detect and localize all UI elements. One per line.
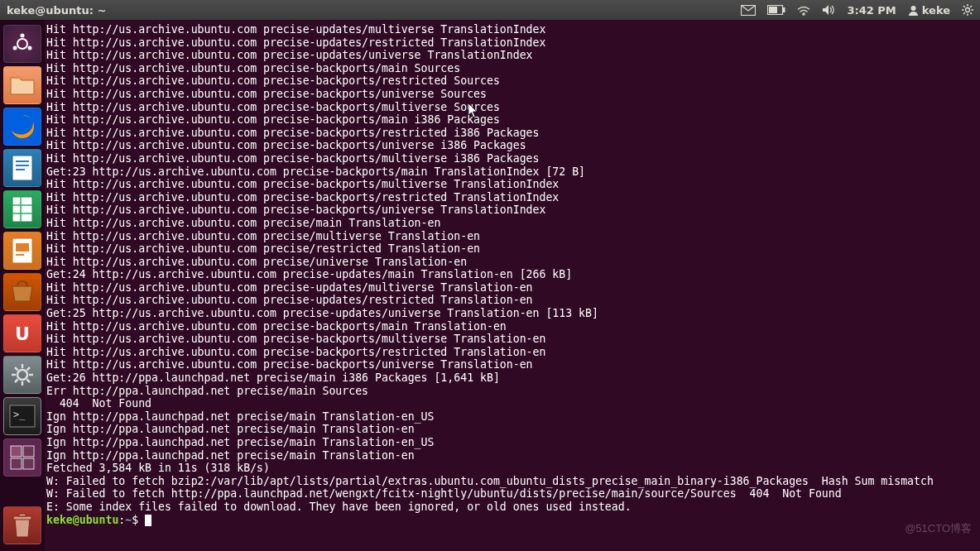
svg-line-35	[15, 367, 18, 371]
terminal-line: Hit http://us.archive.ubuntu.com precise…	[46, 23, 978, 36]
terminal-line: W: Failed to fetch http://ppa.launchpad.…	[46, 487, 978, 501]
svg-line-38	[27, 367, 31, 371]
svg-rect-3	[769, 7, 777, 13]
svg-text:>_: >_	[13, 409, 26, 420]
launcher-impress[interactable]	[3, 232, 41, 270]
terminal-line: Hit http://us.archive.ubuntu.com precise…	[46, 88, 978, 101]
prompt-user: keke@ubuntu	[46, 514, 118, 526]
svg-rect-42	[23, 446, 34, 457]
terminal-line: Hit http://us.archive.ubuntu.com precise…	[46, 127, 978, 140]
svg-rect-45	[13, 516, 31, 520]
launcher-files[interactable]	[3, 66, 41, 104]
svg-line-13	[970, 6, 972, 7]
terminal-line: Ign http://ppa.launchpad.net precise/mai…	[46, 449, 978, 462]
top-panel: keke@ubuntu: ~ 3:42 PM keke	[0, 0, 980, 20]
wifi-icon[interactable]	[797, 4, 810, 16]
terminal-line: Hit http://us.archive.ubuntu.com precise…	[46, 74, 978, 88]
terminal-line: Hit http://us.archive.ubuntu.com precise…	[46, 242, 978, 256]
window-title: keke@ubuntu: ~	[7, 4, 106, 17]
terminal-line: 404 Not Found	[46, 397, 978, 410]
terminal-line: Hit http://us.archive.ubuntu.com precise…	[46, 152, 978, 165]
terminal-line: Hit http://us.archive.ubuntu.com precise…	[46, 281, 978, 295]
svg-line-11	[970, 12, 972, 14]
svg-rect-2	[783, 7, 785, 12]
svg-rect-28	[16, 243, 29, 252]
user-menu[interactable]: keke	[908, 4, 950, 17]
volume-icon[interactable]	[822, 4, 835, 16]
user-name: keke	[922, 4, 950, 17]
svg-rect-43	[11, 458, 22, 469]
launcher-ubuntu-one[interactable]: U	[3, 314, 41, 352]
launcher-terminal[interactable]: >_	[3, 397, 41, 435]
terminal-line: Ign http://ppa.launchpad.net precise/mai…	[46, 436, 978, 449]
terminal-line: Hit http://us.archive.ubuntu.com precise…	[46, 139, 978, 152]
terminal-line: Hit http://us.archive.ubuntu.com precise…	[46, 191, 978, 204]
terminal-line: Hit http://us.archive.ubuntu.com precise…	[46, 178, 978, 191]
launcher-writer[interactable]	[3, 149, 41, 187]
svg-point-4	[910, 6, 915, 11]
terminal-line: Ign http://ppa.launchpad.net precise/mai…	[46, 423, 978, 436]
svg-point-14	[17, 39, 27, 49]
terminal-line: Hit http://us.archive.ubuntu.com precise…	[46, 217, 978, 230]
gear-icon[interactable]	[962, 4, 973, 16]
svg-point-30	[17, 370, 27, 380]
launcher-software-center[interactable]	[3, 273, 41, 311]
terminal-line: Get:25 http://us.archive.ubuntu.com prec…	[46, 307, 978, 320]
terminal-line: Hit http://us.archive.ubuntu.com precise…	[46, 294, 978, 307]
terminal-line: Get:23 http://us.archive.ubuntu.com prec…	[46, 165, 978, 179]
battery-icon[interactable]	[767, 5, 785, 15]
svg-rect-41	[11, 446, 22, 457]
watermark: @51CTO博客	[905, 521, 972, 536]
svg-rect-19	[12, 156, 32, 180]
svg-rect-44	[23, 458, 34, 469]
terminal-line: E: Some index files failed to download. …	[46, 501, 978, 514]
svg-rect-29	[16, 254, 24, 256]
terminal-line: Ign http://ppa.launchpad.net precise/mai…	[46, 410, 978, 424]
terminal-line: Hit http://us.archive.ubuntu.com precise…	[46, 320, 978, 333]
terminal-line: W: Failed to fetch bzip2:/var/lib/apt/li…	[46, 475, 978, 488]
terminal-line: Hit http://us.archive.ubuntu.com precise…	[46, 113, 978, 127]
terminal-line: Hit http://us.archive.ubuntu.com precise…	[46, 49, 978, 62]
terminal-line: Hit http://us.archive.ubuntu.com precise…	[46, 36, 978, 50]
svg-point-17	[28, 46, 32, 50]
svg-rect-23	[12, 197, 32, 222]
terminal-line: Err http://ppa.launchpad.net precise/mai…	[46, 385, 978, 398]
terminal-line: Hit http://us.archive.ubuntu.com precise…	[46, 101, 978, 114]
svg-point-16	[13, 46, 17, 50]
launcher-firefox[interactable]	[3, 108, 41, 146]
launcher-workspace[interactable]	[3, 438, 41, 477]
svg-rect-46	[19, 514, 26, 516]
terminal-line: Hit http://us.archive.ubuntu.com precise…	[46, 62, 978, 75]
terminal-prompt: keke@ubuntu:~$	[46, 514, 978, 527]
launcher-dash[interactable]	[3, 25, 41, 63]
launcher-settings[interactable]	[3, 356, 41, 394]
terminal-line: Get:26 http://ppa.launchpad.net precise/…	[46, 371, 978, 385]
terminal-line: Hit http://us.archive.ubuntu.com precise…	[46, 333, 978, 346]
launcher-calc[interactable]	[3, 190, 41, 228]
terminal-line: Hit http://us.archive.ubuntu.com precise…	[46, 230, 978, 243]
terminal-line: Hit http://us.archive.ubuntu.com precise…	[46, 204, 978, 217]
svg-point-15	[21, 34, 25, 38]
terminal-line: Fetched 3,584 kB in 11s (318 kB/s)	[46, 462, 978, 475]
svg-point-5	[966, 8, 970, 12]
cursor	[145, 515, 151, 526]
svg-line-12	[963, 12, 965, 14]
terminal[interactable]: Hit http://us.archive.ubuntu.com precise…	[45, 20, 980, 551]
launcher-trash[interactable]	[3, 506, 41, 544]
terminal-line: Hit http://us.archive.ubuntu.com precise…	[46, 256, 978, 269]
clock[interactable]: 3:42 PM	[847, 4, 896, 17]
terminal-line: Hit http://us.archive.ubuntu.com precise…	[46, 358, 978, 371]
ubuntu-one-label: U	[15, 323, 30, 344]
svg-line-36	[27, 380, 31, 383]
launcher: U >_	[0, 20, 45, 551]
terminal-line: Get:24 http://us.archive.ubuntu.com prec…	[46, 268, 978, 281]
terminal-line: Hit http://us.archive.ubuntu.com precise…	[46, 346, 978, 359]
svg-line-37	[15, 380, 18, 383]
mail-icon[interactable]	[741, 5, 756, 16]
svg-line-10	[963, 6, 965, 7]
